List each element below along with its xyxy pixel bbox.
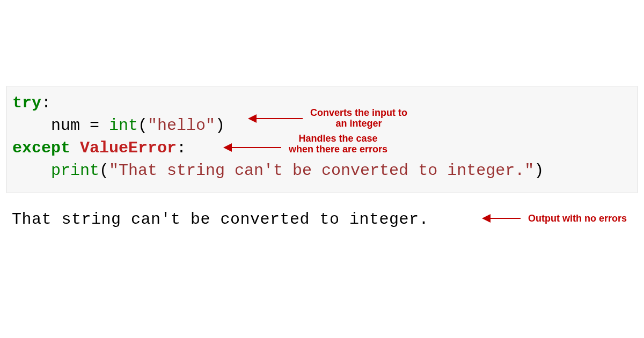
colon: :	[177, 139, 186, 157]
arrow-icon	[483, 218, 521, 219]
string-hello: "hello"	[148, 116, 215, 135]
space	[70, 139, 80, 157]
annotation-handles: Handles the case when there are errors	[289, 133, 387, 155]
paren-open: (	[99, 161, 109, 180]
exception-valueerror: ValueError	[80, 139, 177, 157]
annotation-line: an integer	[310, 118, 407, 129]
annotation-line: Converts the input to	[310, 107, 407, 118]
builtin-print: print	[51, 161, 99, 180]
annotation-convert: Converts the input to an integer	[310, 107, 407, 129]
variable-num: num	[51, 116, 90, 135]
arrow-icon	[249, 118, 303, 119]
string-literal: "That string can't be converted to integ…	[109, 161, 534, 180]
paren-open: (	[138, 116, 148, 135]
paren-close: )	[534, 161, 544, 180]
annotation-output: Output with no errors	[528, 213, 627, 224]
output-text: That string can't be converted to intege…	[12, 210, 429, 229]
annotation-line: when there are errors	[289, 144, 387, 155]
equals: =	[90, 116, 109, 135]
annotation-line: Handles the case	[289, 133, 387, 144]
builtin-int: int	[109, 116, 138, 135]
colon: :	[41, 94, 51, 112]
keyword-try: try	[12, 94, 41, 112]
code-line-4: print("That string can't be converted to…	[12, 159, 632, 182]
keyword-except: except	[12, 139, 70, 157]
arrow-icon	[224, 147, 281, 148]
paren-close: )	[215, 116, 225, 135]
